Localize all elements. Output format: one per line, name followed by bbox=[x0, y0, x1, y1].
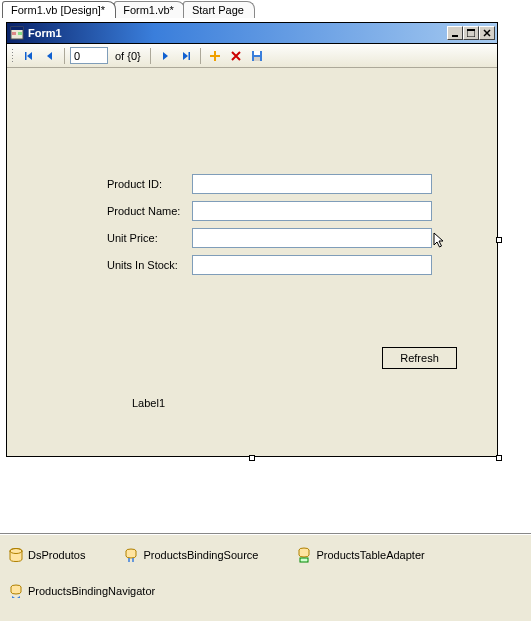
units-in-stock-label: Units In Stock: bbox=[107, 259, 192, 271]
svg-rect-4 bbox=[452, 35, 458, 37]
component-label: DsProdutos bbox=[28, 549, 85, 561]
svg-rect-6 bbox=[467, 29, 475, 31]
move-next-button[interactable] bbox=[156, 47, 174, 65]
field-row: Product Name: bbox=[107, 201, 432, 221]
field-row: Units In Stock: bbox=[107, 255, 432, 275]
tab-start-page[interactable]: Start Page bbox=[183, 1, 255, 18]
bindingsource-icon bbox=[123, 547, 139, 563]
save-button[interactable] bbox=[248, 47, 266, 65]
product-name-label: Product Name: bbox=[107, 205, 192, 217]
move-previous-button[interactable] bbox=[41, 47, 59, 65]
separator bbox=[64, 48, 65, 64]
titlebar-buttons bbox=[447, 26, 495, 40]
units-in-stock-input[interactable] bbox=[192, 255, 432, 275]
separator bbox=[200, 48, 201, 64]
form-fields: Product ID: Product Name: Unit Price: Un… bbox=[107, 174, 432, 282]
toolbar-grip[interactable] bbox=[11, 48, 14, 64]
tab-form-design[interactable]: Form1.vb [Design]* bbox=[2, 1, 116, 18]
component-dsprodutos[interactable]: DsProdutos bbox=[8, 547, 85, 563]
refresh-button[interactable]: Refresh bbox=[382, 347, 457, 369]
component-tray[interactable]: DsProdutos ProductsBindingSource Product… bbox=[0, 535, 531, 621]
component-label: ProductsTableAdapter bbox=[316, 549, 424, 561]
component-bindingnavigator[interactable]: ProductsBindingNavigator bbox=[8, 583, 155, 599]
resize-handle-bottom[interactable] bbox=[249, 455, 255, 461]
svg-rect-12 bbox=[254, 51, 260, 55]
product-id-input[interactable] bbox=[192, 174, 432, 194]
tableadapter-icon bbox=[296, 547, 312, 563]
resize-handle-right[interactable] bbox=[496, 237, 502, 243]
position-input[interactable] bbox=[70, 47, 108, 64]
close-button[interactable] bbox=[479, 26, 495, 40]
svg-rect-3 bbox=[18, 32, 22, 35]
minimize-button[interactable] bbox=[447, 26, 463, 40]
form-window: Form1 bbox=[6, 22, 498, 457]
form-title: Form1 bbox=[28, 27, 447, 39]
svg-rect-18 bbox=[300, 558, 308, 562]
field-row: Unit Price: bbox=[107, 228, 432, 248]
component-label: ProductsBindingNavigator bbox=[28, 585, 155, 597]
add-new-button[interactable] bbox=[206, 47, 224, 65]
binding-navigator: of {0} bbox=[7, 44, 497, 68]
move-last-button[interactable] bbox=[177, 47, 195, 65]
svg-rect-7 bbox=[25, 52, 27, 60]
field-row: Product ID: bbox=[107, 174, 432, 194]
svg-rect-10 bbox=[210, 55, 220, 57]
form-client-area[interactable]: of {0} bbox=[6, 44, 498, 457]
count-label: of {0} bbox=[111, 50, 145, 62]
svg-rect-2 bbox=[12, 32, 16, 35]
delete-button[interactable] bbox=[227, 47, 245, 65]
svg-rect-8 bbox=[188, 52, 190, 60]
tab-form-code[interactable]: Form1.vb* bbox=[114, 1, 185, 18]
move-first-button[interactable] bbox=[20, 47, 38, 65]
component-bindingsource[interactable]: ProductsBindingSource bbox=[123, 547, 258, 563]
maximize-button[interactable] bbox=[463, 26, 479, 40]
label1[interactable]: Label1 bbox=[132, 397, 165, 409]
resize-handle-corner[interactable] bbox=[496, 455, 502, 461]
product-name-input[interactable] bbox=[192, 201, 432, 221]
component-tableadapter[interactable]: ProductsTableAdapter bbox=[296, 547, 424, 563]
product-id-label: Product ID: bbox=[107, 178, 192, 190]
separator bbox=[150, 48, 151, 64]
component-label: ProductsBindingSource bbox=[143, 549, 258, 561]
design-surface[interactable]: Form1 bbox=[0, 18, 531, 533]
form-icon bbox=[10, 26, 24, 40]
unit-price-label: Unit Price: bbox=[107, 232, 192, 244]
dataset-icon bbox=[8, 547, 24, 563]
svg-rect-1 bbox=[11, 27, 23, 30]
document-tabs: Form1.vb [Design]* Form1.vb* Start Page bbox=[0, 0, 531, 18]
bindingnavigator-icon bbox=[8, 583, 24, 599]
svg-rect-13 bbox=[254, 57, 260, 61]
form-titlebar: Form1 bbox=[6, 22, 498, 44]
unit-price-input[interactable] bbox=[192, 228, 432, 248]
